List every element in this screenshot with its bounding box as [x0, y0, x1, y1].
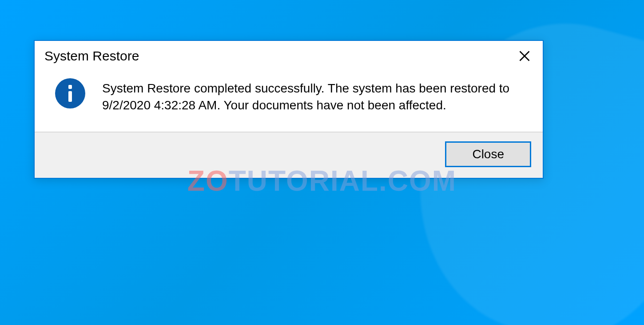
close-x-glyph	[518, 50, 531, 62]
dialog-message: System Restore completed successfully. T…	[102, 80, 525, 114]
dialog-title: System Restore	[44, 48, 139, 64]
dialog-footer: Close	[35, 132, 543, 178]
close-icon[interactable]	[514, 47, 535, 65]
dialog-titlebar: System Restore	[35, 41, 543, 71]
dialog-content: System Restore completed successfully. T…	[35, 71, 543, 132]
close-button[interactable]: Close	[445, 141, 531, 167]
system-restore-dialog: System Restore System Restore completed …	[34, 40, 544, 179]
info-icon	[55, 78, 85, 108]
